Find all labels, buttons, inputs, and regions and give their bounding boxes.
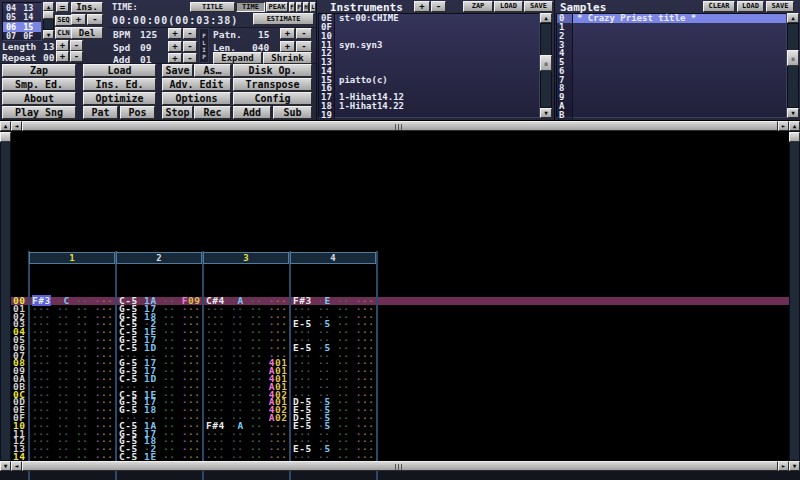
equal-button[interactable]: = — [56, 2, 69, 12]
instruments-zap-button[interactable]: ZAP — [463, 1, 493, 12]
length-plus-button[interactable]: + — [56, 40, 69, 51]
pattern-hscroll-left-icon[interactable]: ◄ — [11, 121, 22, 131]
sample-scroll-up-icon[interactable]: ▲ — [787, 13, 799, 23]
order-row[interactable]: 0514 — [3, 13, 41, 23]
pattern-vscroll-left[interactable] — [0, 131, 11, 461]
sample-row[interactable]: A — [557, 102, 786, 111]
samples-clear-button[interactable]: CLEAR — [703, 1, 735, 12]
seq-button[interactable]: SEQ — [55, 15, 72, 26]
order-scroll-down-icon[interactable]: ▼ — [43, 30, 54, 39]
repeat-plus-button[interactable]: + — [56, 51, 69, 62]
cln-button[interactable]: CLN — [55, 27, 72, 39]
sample-row[interactable]: 6 — [557, 67, 786, 76]
pattern-hscroll-bottom-right-icon[interactable]: ► — [778, 461, 789, 471]
sample-row[interactable]: 4 — [557, 49, 786, 58]
sample-row[interactable]: 5 — [557, 58, 786, 67]
order-row[interactable]: 0413 — [3, 3, 41, 13]
instruments-save-button[interactable]: SAVE — [524, 1, 553, 12]
mini-button-p[interactable]: P — [296, 2, 302, 12]
menu-button-as[interactable]: As… — [194, 64, 231, 77]
pattern-vscroll-up-left-icon[interactable]: ▲ — [0, 121, 11, 131]
pattern-vscroll-down-left-icon[interactable]: ▼ — [0, 461, 11, 471]
menu-button-pat[interactable]: Pat — [83, 106, 118, 119]
pattern-hscroll-top[interactable] — [22, 121, 778, 131]
sample-row[interactable]: 7 — [557, 75, 786, 84]
instrument-scroll-thumb[interactable]: ≡ — [540, 55, 552, 71]
instruments-load-button[interactable]: LOAD — [494, 1, 523, 12]
menu-button-adv-edit[interactable]: Adv. Edit — [162, 78, 231, 91]
repeat-minus-button[interactable]: - — [70, 51, 83, 62]
sample-row[interactable]: 1 — [557, 23, 786, 32]
menu-button-zap[interactable]: Zap — [2, 64, 76, 77]
menu-button-optimize[interactable]: Optimize — [83, 92, 156, 105]
bpm-plus-button[interactable]: + — [168, 28, 182, 39]
menu-button-transpose[interactable]: Transpose — [233, 78, 312, 91]
menu-button-rec[interactable]: Rec — [194, 106, 231, 119]
menu-button-sub[interactable]: Sub — [273, 106, 312, 119]
delete-position-button[interactable]: Del — [71, 27, 103, 39]
channel-header-1[interactable]: 1 — [29, 252, 115, 264]
channel-header-3[interactable]: 3 — [203, 252, 289, 264]
instrument-row[interactable]: 19 — [319, 110, 539, 119]
instrument-list[interactable]: 0Est-00:CHIME0F1011syn.syn312131415piatt… — [318, 13, 540, 118]
position-minus-button[interactable]: - — [87, 14, 103, 25]
order-scroll-thumb[interactable] — [43, 11, 54, 19]
add-minus-button[interactable]: - — [183, 53, 197, 63]
pattern-vscroll-up-right-icon[interactable]: ▲ — [789, 121, 800, 131]
len-minus-button[interactable]: - — [296, 41, 312, 52]
position-plus-button[interactable]: + — [71, 14, 86, 25]
order-list[interactable]: 041305140615070F — [2, 2, 42, 41]
pattern-hscroll-bottom-left-icon[interactable]: ◄ — [11, 461, 22, 471]
pattern-vscroll-right[interactable] — [789, 131, 800, 461]
menu-button-load[interactable]: Load — [83, 64, 156, 77]
mini-button-h[interactable]: H — [303, 2, 309, 12]
pattern-vscroll-right-thumb[interactable] — [789, 132, 800, 142]
menu-button-ins-ed[interactable]: Ins. Ed. — [83, 78, 156, 91]
length-minus-button[interactable]: - — [70, 40, 83, 51]
pattern-rows[interactable]: 00F#3 ·C ·· ···C-5 1A ·· F09C#4 ·A ·· ··… — [11, 297, 789, 471]
tab-peak[interactable]: PEAK — [266, 2, 288, 12]
menu-button-save[interactable]: Save — [162, 64, 193, 77]
instrument-row[interactable]: 181-Hihat14.22 — [319, 102, 539, 111]
menu-button-options[interactable]: Options — [162, 92, 231, 105]
instrument-scroll-up-icon[interactable]: ▲ — [540, 13, 552, 23]
sample-row[interactable]: B — [557, 110, 786, 119]
menu-button-pos[interactable]: Pos — [120, 106, 155, 119]
mini-button-l[interactable]: L — [310, 2, 316, 12]
sample-row[interactable]: 2 — [557, 32, 786, 41]
tab-time[interactable]: TIME — [236, 2, 265, 12]
instrument-row[interactable]: 13 — [319, 58, 539, 67]
pattern-hscroll-right-icon[interactable]: ► — [778, 121, 789, 131]
flip-button[interactable]: FLIP — [199, 28, 209, 63]
channel-header-4[interactable]: 4 — [290, 252, 376, 264]
patn-minus-button[interactable]: - — [296, 28, 312, 39]
sample-row[interactable]: 9 — [557, 93, 786, 102]
samples-save-button[interactable]: SAVE — [766, 1, 794, 12]
add-plus-button[interactable]: + — [168, 53, 182, 63]
menu-button-add[interactable]: Add — [233, 106, 271, 119]
sample-scroll-thumb[interactable]: ≡ — [787, 50, 799, 66]
menu-button-stop[interactable]: Stop — [162, 106, 193, 119]
instrument-row[interactable]: 12 — [319, 49, 539, 58]
bpm-minus-button[interactable]: - — [183, 28, 197, 39]
instrument-minus-button[interactable]: - — [431, 1, 446, 12]
menu-button-config[interactable]: Config — [233, 92, 312, 105]
mini-button-f[interactable]: F — [289, 2, 295, 12]
order-row[interactable]: 070F — [3, 32, 41, 42]
channel-header-2[interactable]: 2 — [116, 252, 202, 264]
shrink-button[interactable]: Shrink — [263, 52, 312, 64]
pattern-vscroll-left-thumb[interactable] — [0, 132, 11, 142]
insert-position-button[interactable]: Ins. — [71, 2, 103, 13]
spd-plus-button[interactable]: + — [168, 41, 182, 52]
instrument-plus-button[interactable]: + — [414, 1, 430, 12]
order-row[interactable]: 0615 — [3, 22, 41, 32]
samples-load-button[interactable]: LOAD — [737, 1, 764, 12]
order-scroll-up-icon[interactable]: ▲ — [43, 2, 54, 11]
sample-row[interactable]: 0* Crazy Priest title * — [557, 14, 786, 23]
sample-list[interactable]: 0* Crazy Priest title *123456789AB — [556, 13, 787, 118]
sample-row[interactable]: 3 — [557, 40, 786, 49]
instrument-scroll-down-icon[interactable]: ▼ — [540, 108, 552, 118]
estimate-button[interactable]: ESTIMATE — [253, 13, 314, 25]
instrument-row[interactable]: 15piatto(c) — [319, 75, 539, 84]
spd-minus-button[interactable]: - — [183, 41, 197, 52]
